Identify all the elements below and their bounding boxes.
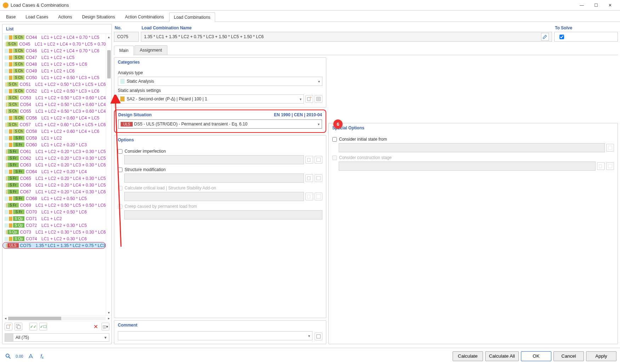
imperfection-checkbox[interactable]: [118, 149, 122, 154]
tab-load-combinations[interactable]: Load Combinations: [169, 12, 215, 22]
list-item[interactable]: S FrCO63LC1 + LC2 + 0.20 * LC3 + 0.30 * …: [2, 162, 106, 168]
svg-rect-6: [317, 158, 321, 162]
edit-name-button[interactable]: [541, 33, 549, 41]
structure-icon: [28, 353, 34, 359]
list-item[interactable]: S ChCO58LC1 + LC2 + 0.60 * LC4 + LC6: [2, 128, 106, 135]
check-select-button[interactable]: ✓✓: [29, 323, 37, 330]
list-item[interactable]: S ChCO52LC1 + LC2 + 0.50 * LC3 + LC6: [2, 88, 106, 94]
list-item[interactable]: S FrCO64LC1 + LC2 + 0.20 * LC4: [2, 168, 106, 175]
scroll-down-icon[interactable]: ▾: [108, 310, 110, 315]
list-item[interactable]: S ChCO44LC1 + LC2 + LC4 + 0.70 * LC5: [2, 34, 106, 41]
list-item[interactable]: S FrCO62LC1 + LC2 + 0.20 * LC3 + 0.30 * …: [2, 155, 106, 162]
subtab-assignment[interactable]: Assignment: [134, 45, 167, 55]
list-item[interactable]: S QpCO71LC1 + LC2: [2, 215, 106, 222]
magnifier-icon: [5, 353, 11, 359]
comment-lib-button[interactable]: [315, 333, 322, 340]
analysis-type-select[interactable]: Static Analysis ▾: [118, 77, 322, 86]
structure-mod-checkbox[interactable]: [118, 168, 122, 172]
list-item[interactable]: S FrCO67LC1 + LC2 + 0.20 * LC4 + 0.30 * …: [2, 188, 106, 195]
list-item[interactable]: S QpCO73LC1 + LC2 + 0.30 * LC5 + 0.30 * …: [2, 229, 106, 235]
filter-select[interactable]: All (75) ▾: [5, 333, 109, 342]
units-button[interactable]: 0.00: [15, 352, 24, 361]
name-field[interactable]: 1.35 * LC1 + 1.35 * LC2 + 0.75 * LC3 + 1…: [141, 32, 552, 42]
calculate-all-button[interactable]: Calculate All: [485, 351, 519, 361]
list-item[interactable]: S ChCO49LC1 + LC2 + LC6: [2, 67, 106, 74]
vertical-scrollbar[interactable]: ▴ ▾: [106, 34, 111, 315]
list-item[interactable]: S ChCO54LC1 + LC2 + 0.50 * LC3 + 0.60 * …: [2, 101, 106, 108]
list-rows[interactable]: S ChCO44LC1 + LC2 + LC4 + 0.70 * LC5S Ch…: [2, 34, 106, 315]
tab-base[interactable]: Base: [1, 12, 20, 22]
function-button[interactable]: fᵪ: [38, 352, 47, 361]
library-icon: [316, 96, 321, 101]
list-item[interactable]: S ChCO57LC1 + LC2 + 0.60 * LC4 + LC5 + L…: [2, 121, 106, 128]
subtab-main[interactable]: Main: [114, 46, 134, 55]
list-item[interactable]: S FrCO69LC1 + LC2 + 0.50 * LC5 + 0.50 * …: [2, 202, 106, 209]
creep-select: [124, 210, 322, 219]
structure-mod-lib-button[interactable]: [315, 174, 322, 182]
list-item[interactable]: S FrCO65LC1 + LC2 + 0.20 * LC4 + 0.30 * …: [2, 175, 106, 182]
apply-button[interactable]: Apply: [586, 351, 616, 361]
imperfection-lib-button[interactable]: [315, 156, 322, 164]
scroll-up-icon[interactable]: ▴: [108, 34, 110, 40]
minimize-button[interactable]: —: [575, 0, 589, 10]
structure-mod-new-button[interactable]: [305, 174, 313, 182]
tab-load-cases[interactable]: Load Cases: [21, 12, 53, 22]
settings-new-button[interactable]: [305, 95, 313, 103]
scroll-right-icon[interactable]: ▸: [106, 316, 111, 320]
delete-button[interactable]: ✕: [92, 323, 99, 330]
list-item[interactable]: S FrCO66LC1 + LC2 + 0.20 * LC4 + 0.30 * …: [2, 182, 106, 188]
list-item[interactable]: S FrCO59LC1 + LC2: [2, 135, 106, 141]
horizontal-scrollbar[interactable]: ◂ ▸: [2, 315, 111, 321]
cancel-button[interactable]: Cancel: [553, 351, 584, 361]
list-item[interactable]: S ChCO51LC1 + LC2 + 0.50 * LC3 + LC5 + L…: [2, 81, 106, 88]
scroll-thumb[interactable]: [107, 50, 111, 78]
new-item-button[interactable]: [5, 323, 12, 330]
imperfection-new-button[interactable]: [305, 156, 313, 164]
calculate-button[interactable]: Calculate: [453, 351, 483, 361]
imperfection-label: Consider imperfection: [125, 149, 166, 154]
list-item[interactable]: S FrCO68LC1 + LC2 + 0.50 * LC5: [2, 195, 106, 202]
initial-state-checkbox[interactable]: [332, 137, 337, 142]
structure-button[interactable]: [26, 352, 35, 361]
list-item[interactable]: S ChCO45LC1 + LC2 + LC4 + 0.70 * LC5 + 0…: [2, 41, 106, 47]
comment-select[interactable]: ▾: [118, 331, 312, 340]
list-item[interactable]: S FrCO70LC1 + LC2 + 0.50 * LC6: [2, 209, 106, 215]
check-toggle-button[interactable]: ✓☐: [39, 323, 47, 330]
design-situation-select[interactable]: ULS DS5 - ULS (STR/GEO) - Permanent and …: [118, 119, 322, 129]
view-toggle-button[interactable]: ◫▾: [102, 323, 109, 330]
callout-badge: 6: [333, 119, 343, 129]
tab-actions[interactable]: Actions: [53, 12, 76, 22]
tab-action-combinations[interactable]: Action Combinations: [120, 12, 168, 22]
filter-swatch: [5, 334, 13, 341]
tab-design-situations[interactable]: Design Situations: [78, 12, 120, 22]
copy-item-button[interactable]: [15, 323, 22, 330]
hscroll-thumb[interactable]: [8, 317, 61, 320]
help-button[interactable]: [4, 352, 13, 361]
settings-edit-button[interactable]: [315, 95, 322, 103]
list-item[interactable]: ULSCO751.35 * LC1 + 1.35 * LC2 + 0.75 * …: [2, 242, 106, 249]
settings-select[interactable]: SA2 - Second-order (P-Δ) | Picard | 100 …: [118, 94, 304, 104]
list-item[interactable]: S QpCO74LC1 + LC2 + 0.30 * LC6: [2, 235, 106, 242]
list-item[interactable]: S ChCO53LC1 + LC2 + 0.50 * LC3 + 0.60 * …: [2, 94, 106, 101]
scroll-left-icon[interactable]: ◂: [2, 316, 8, 320]
list-item[interactable]: S ChCO55LC1 + LC2 + 0.50 * LC3 + 0.60 * …: [2, 108, 106, 115]
list-item[interactable]: S ChCO56LC1 + LC2 + 0.60 * LC4 + LC5: [2, 115, 106, 121]
app-icon: [3, 2, 8, 8]
new-icon: [307, 96, 312, 101]
list-item[interactable]: S ChCO47LC1 + LC2 + LC5: [2, 54, 106, 61]
list-item[interactable]: S FrCO60LC1 + LC2 + 0.20 * LC3: [2, 141, 106, 148]
library-icon: [316, 334, 321, 339]
list-item[interactable]: S ChCO48LC1 + LC2 + LC5 + LC6: [2, 61, 106, 67]
name-header: Load Combination Name: [141, 24, 552, 32]
list-item[interactable]: S QpCO72LC1 + LC2 + 0.30 * LC5: [2, 222, 106, 229]
design-situation-value: DS5 - ULS (STR/GEO) - Permanent and tran…: [134, 122, 247, 127]
critical-load-new-button: [305, 193, 313, 200]
solve-checkbox[interactable]: [559, 35, 564, 39]
close-button[interactable]: ✕: [603, 0, 617, 10]
initial-state-label: Consider initial state from: [339, 137, 387, 142]
list-item[interactable]: S ChCO46LC1 + LC2 + LC4 + 0.70 * LC6: [2, 47, 106, 54]
ok-button[interactable]: OK: [521, 351, 551, 361]
maximize-button[interactable]: ☐: [589, 0, 603, 10]
list-item[interactable]: S FrCO61LC1 + LC2 + 0.20 * LC3 + 0.30 * …: [2, 148, 106, 155]
list-item[interactable]: S ChCO50LC1 + LC2 + 0.50 * LC3 + LC5: [2, 74, 106, 81]
